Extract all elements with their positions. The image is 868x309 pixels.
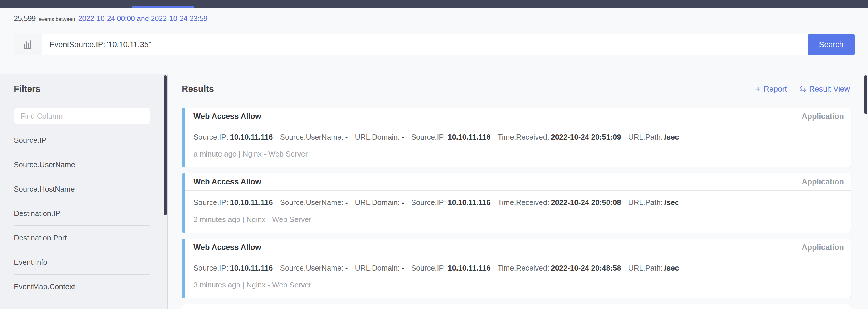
field-value: /sec	[664, 198, 679, 207]
results-header: Results + Report ⇆ Result View	[182, 84, 850, 94]
result-view-label: Result View	[809, 85, 850, 94]
result-card-header: Web Access Allow Application	[185, 239, 851, 256]
filter-item-label: Destination.IP	[14, 209, 60, 218]
field-pair: Time.Received:2022-10-24 20:51:09	[498, 133, 621, 141]
field-pair: Source.IP:10.10.11.116	[193, 264, 273, 272]
field-label: URL.Path:	[628, 264, 663, 272]
field-label: Time.Received:	[498, 198, 549, 207]
field-pair: Source.IP:10.10.11.116	[193, 133, 273, 141]
field-label: Source.UserName:	[280, 133, 344, 141]
result-card-title: Web Access Allow	[193, 178, 261, 186]
result-card[interactable]: Web Access Allow Application Source.IP:1…	[182, 108, 851, 167]
field-label: Source.IP:	[411, 198, 446, 207]
filter-item-destination-ip[interactable]: Destination.IP	[14, 201, 150, 226]
result-card-footer: 3 minutes ago | Nginx - Web Server	[193, 281, 842, 289]
result-card-fields: Source.IP:10.10.11.116 Source.UserName:-…	[193, 198, 842, 207]
field-value: 2022-10-24 20:48:58	[551, 264, 621, 272]
events-between-text: events between	[39, 17, 75, 22]
results-header-links: + Report ⇆ Result View	[755, 85, 850, 94]
filter-item-eventmap-context[interactable]: EventMap.Context	[14, 275, 150, 299]
filter-item-source-ip[interactable]: Source.IP	[14, 128, 150, 153]
search-query-input[interactable]	[42, 34, 808, 55]
result-card-fields: Source.IP:10.10.11.116 Source.UserName:-…	[193, 133, 842, 142]
field-label: URL.Path:	[628, 133, 663, 141]
result-card-title: Web Access Allow	[193, 243, 261, 252]
filter-item-label: Destination.Port	[14, 234, 67, 242]
field-pair: URL.Domain:-	[355, 198, 404, 207]
field-pair: Source.IP:10.10.11.116	[411, 264, 491, 272]
filter-item-label: Source.HostName	[14, 185, 74, 193]
field-label: Source.IP:	[193, 264, 228, 272]
field-value: 10.10.11.116	[230, 133, 273, 141]
events-count: 25,599	[14, 14, 36, 23]
field-value: 2022-10-24 20:51:09	[551, 133, 621, 141]
field-value: 10.10.11.116	[230, 198, 273, 207]
histogram-toggle-button[interactable]	[14, 34, 42, 55]
field-label: Source.IP:	[193, 133, 228, 141]
field-value: /sec	[664, 133, 679, 141]
field-pair: URL.Path:/sec	[628, 264, 679, 272]
filter-item-event-info[interactable]: Event.Info	[14, 250, 150, 275]
result-card-body: Source.IP:10.10.11.116 Source.UserName:-…	[185, 264, 851, 289]
filter-column-list: Source.IP Source.UserName Source.HostNam…	[14, 128, 150, 299]
field-value: 10.10.11.116	[230, 264, 273, 272]
field-value: -	[345, 133, 348, 141]
result-card-category: Application	[802, 243, 844, 252]
result-card-header: Web Access Allow Application	[185, 108, 851, 125]
report-label: Report	[764, 85, 787, 94]
filter-item-source-username[interactable]: Source.UserName	[14, 153, 150, 177]
field-label: Time.Received:	[498, 133, 549, 141]
filter-item-destination-port[interactable]: Destination.Port	[14, 226, 150, 250]
result-card-fields: Source.IP:10.10.11.116 Source.UserName:-…	[193, 264, 842, 273]
filters-title: Filters	[14, 84, 40, 94]
field-value: 10.10.11.116	[448, 198, 491, 207]
result-card[interactable]: Web Access Allow Application Source.IP:1…	[182, 173, 851, 233]
result-card-footer: a minute ago | Nginx - Web Server	[193, 150, 842, 158]
filter-item-label: Source.UserName	[14, 160, 75, 169]
report-button[interactable]: + Report	[755, 85, 787, 94]
field-label: Source.IP:	[411, 264, 446, 272]
field-pair: Time.Received:2022-10-24 20:50:08	[498, 198, 621, 207]
filter-item-source-hostname[interactable]: Source.HostName	[14, 177, 150, 201]
result-card[interactable]: Web Access Allow Application Source.IP:1…	[182, 239, 851, 298]
window-scrollbar-thumb[interactable]	[864, 75, 867, 114]
result-view-button[interactable]: ⇆ Result View	[799, 85, 850, 94]
date-range-link[interactable]: 2022-10-24 00:00 and 2022-10-24 23:59	[79, 14, 208, 23]
active-tab-indicator[interactable]	[132, 6, 194, 8]
field-pair: URL.Domain:-	[355, 264, 404, 272]
field-value: -	[402, 198, 404, 207]
filters-sidebar: Filters Source.IP Source.UserName Source…	[0, 74, 167, 309]
field-value: -	[402, 264, 404, 272]
field-label: URL.Domain:	[355, 264, 400, 272]
search-query-cell	[42, 34, 808, 55]
field-pair: URL.Domain:-	[355, 133, 404, 141]
find-column-input[interactable]	[14, 108, 150, 124]
field-value: -	[345, 264, 348, 272]
field-pair: URL.Path:/sec	[628, 133, 679, 141]
field-pair: Source.UserName:-	[280, 198, 348, 207]
result-card-partial[interactable]	[182, 304, 851, 309]
field-pair: Source.UserName:-	[280, 264, 348, 272]
field-pair: URL.Path:/sec	[628, 198, 679, 207]
field-value: -	[402, 133, 404, 141]
top-bar	[0, 0, 868, 8]
result-card-footer: 2 minutes ago | Nginx - Web Server	[193, 215, 842, 224]
result-card-body: Source.IP:10.10.11.116 Source.UserName:-…	[185, 133, 851, 158]
result-card-header: Web Access Allow Application	[185, 174, 851, 191]
field-pair: Source.IP:10.10.11.116	[411, 198, 491, 207]
plus-icon: +	[755, 85, 761, 94]
search-bar: Search	[14, 34, 855, 55]
result-card-title: Web Access Allow	[193, 112, 261, 121]
field-value: /sec	[664, 264, 679, 272]
results-panel: Results + Report ⇆ Result View Web Acces…	[168, 74, 868, 309]
field-label: Source.UserName:	[280, 198, 344, 207]
bar-chart-icon	[23, 39, 33, 51]
results-title: Results	[182, 84, 214, 94]
swap-arrows-icon: ⇆	[799, 85, 806, 93]
field-label: Source.UserName:	[280, 264, 344, 272]
result-card-category: Application	[802, 178, 844, 186]
filter-item-label: Source.IP	[14, 136, 46, 145]
search-button[interactable]: Search	[808, 34, 855, 55]
sidebar-scrollbar-thumb[interactable]	[164, 75, 167, 215]
results-list: Web Access Allow Application Source.IP:1…	[182, 108, 851, 309]
